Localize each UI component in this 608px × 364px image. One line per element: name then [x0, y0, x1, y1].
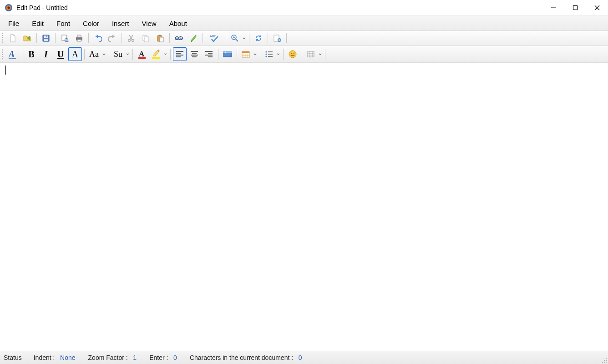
window: Edit Pad - Untitled File Edit Font Color…: [0, 0, 608, 364]
svg-text:ABC: ABC: [210, 35, 216, 38]
align-right-button[interactable]: [202, 47, 216, 61]
toolbar-separator: [237, 49, 237, 60]
clear-format-button[interactable]: A: [68, 47, 82, 61]
insert-date-button[interactable]: [239, 47, 258, 61]
highlight-color-button[interactable]: [150, 47, 168, 61]
svg-point-29: [176, 38, 178, 39]
toolbar-separator: [203, 33, 203, 43]
find-button[interactable]: [172, 32, 186, 45]
paste-button[interactable]: [153, 32, 167, 45]
cut-button[interactable]: [124, 32, 138, 45]
open-file-icon: [23, 34, 32, 42]
new-file-button[interactable]: [6, 32, 20, 45]
zoom-button[interactable]: [228, 31, 247, 45]
page-setup-button[interactable]: [270, 32, 284, 45]
insert-image-button[interactable]: [221, 47, 234, 61]
chevron-down-icon: [252, 53, 257, 56]
toolbar-separator: [286, 33, 287, 43]
toolbar-separator: [55, 33, 56, 43]
svg-rect-41: [138, 57, 146, 59]
menubar: File Edit Font Color Insert View About: [0, 16, 608, 31]
new-file-icon: [9, 34, 17, 42]
align-left-button[interactable]: [173, 47, 187, 61]
paste-icon: [156, 34, 164, 42]
svg-point-72: [294, 53, 294, 54]
print-preview-button[interactable]: [58, 32, 71, 45]
toolbar-separator: [132, 49, 133, 60]
bullets-icon: [264, 50, 274, 58]
change-case-button[interactable]: Aa: [87, 47, 106, 61]
undo-button[interactable]: [91, 32, 105, 45]
svg-point-83: [606, 362, 607, 363]
refresh-icon: [254, 34, 263, 42]
spellcheck-button[interactable]: ABC: [205, 32, 223, 45]
close-button[interactable]: [586, 0, 608, 15]
svg-rect-4: [573, 6, 578, 10]
menu-insert[interactable]: Insert: [106, 17, 136, 30]
print-button[interactable]: [72, 32, 86, 45]
toolbar-separator: [122, 33, 122, 43]
bold-button[interactable]: B: [25, 47, 38, 61]
minimize-button[interactable]: [542, 0, 564, 15]
insert-date-icon: [241, 50, 250, 58]
copy-button[interactable]: [139, 32, 152, 45]
window-resize-grip[interactable]: [601, 357, 607, 363]
align-center-icon: [190, 50, 199, 58]
save-button[interactable]: [39, 32, 53, 45]
maximize-button[interactable]: [564, 0, 586, 15]
svg-rect-59: [242, 51, 249, 53]
toolbar-separator: [302, 49, 302, 60]
status-enter: Enter : 0: [149, 354, 177, 361]
menu-font[interactable]: Font: [50, 17, 76, 30]
svg-text:A: A: [139, 50, 145, 58]
highlight-pen-button[interactable]: [187, 32, 200, 45]
svg-point-19: [128, 40, 131, 42]
svg-point-2: [8, 7, 10, 9]
menu-file[interactable]: File: [2, 17, 25, 30]
svg-text:A: A: [8, 49, 15, 59]
editor-area[interactable]: [0, 63, 608, 351]
insert-table-button[interactable]: [304, 47, 323, 61]
text-caret: [5, 66, 6, 75]
svg-point-20: [132, 40, 134, 42]
font-color-button[interactable]: A: [135, 47, 149, 61]
menu-about[interactable]: About: [163, 17, 193, 30]
menu-color[interactable]: Color: [76, 17, 106, 30]
toolbar-separator: [268, 33, 268, 43]
emoji-button[interactable]: [286, 47, 299, 61]
align-center-button[interactable]: [187, 47, 201, 61]
titlebar: Edit Pad - Untitled: [0, 0, 608, 16]
toolbar-separator: [249, 33, 249, 43]
svg-rect-42: [152, 57, 160, 59]
chevron-down-icon: [317, 53, 322, 56]
align-right-icon: [204, 50, 213, 58]
superscript-subscript-icon: Su: [114, 50, 122, 59]
status-zoom: Zoom Factor : 1: [88, 354, 137, 361]
svg-rect-22: [144, 37, 148, 42]
status-indent: Indent : None: [34, 354, 76, 361]
menu-view[interactable]: View: [135, 17, 162, 30]
svg-point-64: [265, 51, 267, 52]
status-char-count: Characters in the current document : 0: [190, 354, 302, 361]
underline-button[interactable]: U: [54, 47, 67, 61]
svg-point-66: [265, 53, 267, 55]
chevron-down-icon: [162, 53, 167, 56]
font-style-button[interactable]: A: [6, 47, 20, 61]
open-file-button[interactable]: [20, 32, 34, 45]
svg-point-81: [602, 362, 603, 363]
window-title: Edit Pad - Untitled: [16, 4, 68, 11]
italic-button[interactable]: I: [39, 47, 53, 61]
align-left-icon: [175, 50, 184, 58]
toolbar-separator: [325, 49, 325, 60]
redo-button[interactable]: [106, 32, 119, 45]
svg-point-80: [606, 360, 607, 361]
svg-rect-10: [46, 36, 47, 38]
superscript-subscript-button[interactable]: Su: [111, 47, 130, 61]
toolbar-separator: [218, 49, 218, 60]
app-icon: [5, 4, 13, 12]
bullets-button[interactable]: [263, 47, 281, 61]
svg-rect-56: [223, 51, 232, 53]
menu-edit[interactable]: Edit: [25, 17, 50, 30]
refresh-button[interactable]: [252, 32, 265, 45]
svg-point-68: [265, 56, 267, 57]
